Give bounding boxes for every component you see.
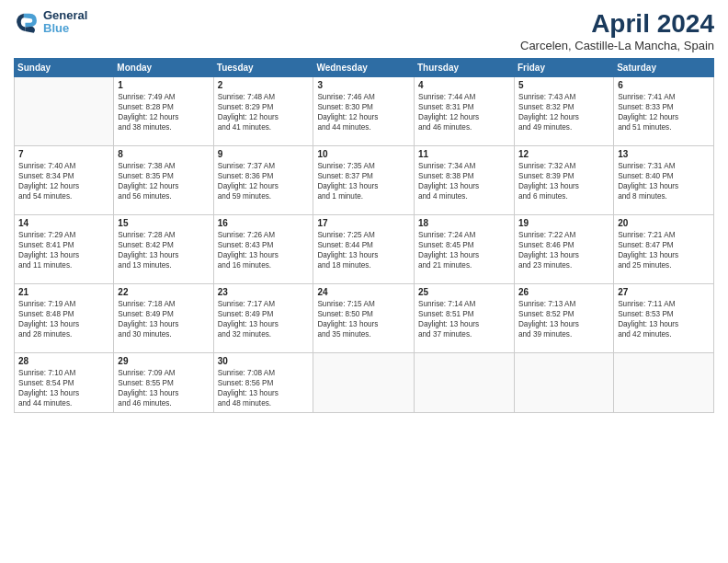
day-number: 8 <box>118 149 209 159</box>
page: General Blue April 2024 Carcelen, Castil… <box>0 0 728 563</box>
col-header-monday: Monday <box>114 59 213 77</box>
calendar-cell: 25Sunrise: 7:14 AM Sunset: 8:51 PM Dayli… <box>415 284 515 353</box>
location-subtitle: Carcelen, Castille-La Mancha, Spain <box>520 39 714 52</box>
calendar-cell: 2Sunrise: 7:48 AM Sunset: 8:29 PM Daylig… <box>213 77 313 146</box>
calendar-cell: 20Sunrise: 7:21 AM Sunset: 8:47 PM Dayli… <box>614 215 714 284</box>
calendar-cell: 26Sunrise: 7:13 AM Sunset: 8:52 PM Dayli… <box>514 284 613 353</box>
calendar-cell: 29Sunrise: 7:09 AM Sunset: 8:55 PM Dayli… <box>114 353 213 413</box>
calendar-cell: 10Sunrise: 7:35 AM Sunset: 8:37 PM Dayli… <box>313 146 415 215</box>
day-info: Sunrise: 7:28 AM Sunset: 8:42 PM Dayligh… <box>118 230 209 270</box>
day-info: Sunrise: 7:34 AM Sunset: 8:38 PM Dayligh… <box>418 161 510 201</box>
title-block: April 2024 Carcelen, Castille-La Mancha,… <box>520 9 714 52</box>
calendar-cell: 13Sunrise: 7:31 AM Sunset: 8:40 PM Dayli… <box>614 146 714 215</box>
calendar-cell: 22Sunrise: 7:18 AM Sunset: 8:49 PM Dayli… <box>114 284 213 353</box>
day-info: Sunrise: 7:19 AM Sunset: 8:48 PM Dayligh… <box>18 299 109 339</box>
day-info: Sunrise: 7:46 AM Sunset: 8:30 PM Dayligh… <box>317 92 410 132</box>
day-info: Sunrise: 7:24 AM Sunset: 8:45 PM Dayligh… <box>418 230 510 270</box>
day-number: 4 <box>418 80 510 90</box>
day-info: Sunrise: 7:26 AM Sunset: 8:43 PM Dayligh… <box>218 230 310 270</box>
day-info: Sunrise: 7:44 AM Sunset: 8:31 PM Dayligh… <box>418 92 510 132</box>
day-number: 5 <box>518 80 609 90</box>
day-number: 20 <box>618 218 710 228</box>
calendar-cell: 4Sunrise: 7:44 AM Sunset: 8:31 PM Daylig… <box>415 77 515 146</box>
day-info: Sunrise: 7:18 AM Sunset: 8:49 PM Dayligh… <box>118 299 209 339</box>
day-info: Sunrise: 7:22 AM Sunset: 8:46 PM Dayligh… <box>518 230 609 270</box>
day-info: Sunrise: 7:21 AM Sunset: 8:47 PM Dayligh… <box>618 230 710 270</box>
day-info: Sunrise: 7:40 AM Sunset: 8:34 PM Dayligh… <box>18 161 109 201</box>
day-info: Sunrise: 7:31 AM Sunset: 8:40 PM Dayligh… <box>618 161 710 201</box>
day-number: 27 <box>618 287 710 297</box>
day-info: Sunrise: 7:09 AM Sunset: 8:55 PM Dayligh… <box>118 368 209 408</box>
week-row-4: 21Sunrise: 7:19 AM Sunset: 8:48 PM Dayli… <box>15 284 714 353</box>
calendar-cell: 9Sunrise: 7:37 AM Sunset: 8:36 PM Daylig… <box>213 146 313 215</box>
logo-line1: General <box>43 9 87 22</box>
day-number: 30 <box>218 356 310 366</box>
logo-icon <box>14 9 40 35</box>
calendar-cell <box>415 353 515 413</box>
day-number: 22 <box>118 287 209 297</box>
logo-line2: Blue <box>43 22 87 35</box>
day-number: 15 <box>118 218 209 228</box>
col-header-saturday: Saturday <box>614 59 714 77</box>
calendar-cell: 6Sunrise: 7:41 AM Sunset: 8:33 PM Daylig… <box>614 77 714 146</box>
logo: General Blue <box>14 9 87 36</box>
day-number: 9 <box>218 149 310 159</box>
day-info: Sunrise: 7:13 AM Sunset: 8:52 PM Dayligh… <box>518 299 609 339</box>
day-number: 16 <box>218 218 310 228</box>
week-row-2: 7Sunrise: 7:40 AM Sunset: 8:34 PM Daylig… <box>15 146 714 215</box>
calendar-cell: 28Sunrise: 7:10 AM Sunset: 8:54 PM Dayli… <box>15 353 114 413</box>
week-row-5: 28Sunrise: 7:10 AM Sunset: 8:54 PM Dayli… <box>15 353 714 413</box>
day-number: 7 <box>18 149 109 159</box>
calendar-cell: 15Sunrise: 7:28 AM Sunset: 8:42 PM Dayli… <box>114 215 213 284</box>
day-number: 23 <box>218 287 310 297</box>
day-number: 25 <box>418 287 510 297</box>
day-info: Sunrise: 7:08 AM Sunset: 8:56 PM Dayligh… <box>218 368 310 408</box>
day-info: Sunrise: 7:32 AM Sunset: 8:39 PM Dayligh… <box>518 161 609 201</box>
col-header-friday: Friday <box>514 59 613 77</box>
calendar-cell <box>15 77 114 146</box>
calendar-cell: 24Sunrise: 7:15 AM Sunset: 8:50 PM Dayli… <box>313 284 415 353</box>
day-info: Sunrise: 7:29 AM Sunset: 8:41 PM Dayligh… <box>18 230 109 270</box>
day-number: 18 <box>418 218 510 228</box>
day-info: Sunrise: 7:43 AM Sunset: 8:32 PM Dayligh… <box>518 92 609 132</box>
calendar-cell: 1Sunrise: 7:49 AM Sunset: 8:28 PM Daylig… <box>114 77 213 146</box>
calendar-cell: 14Sunrise: 7:29 AM Sunset: 8:41 PM Dayli… <box>15 215 114 284</box>
day-number: 10 <box>317 149 410 159</box>
calendar-cell: 23Sunrise: 7:17 AM Sunset: 8:49 PM Dayli… <box>213 284 313 353</box>
day-number: 14 <box>18 218 109 228</box>
day-info: Sunrise: 7:10 AM Sunset: 8:54 PM Dayligh… <box>18 368 109 408</box>
calendar-cell: 16Sunrise: 7:26 AM Sunset: 8:43 PM Dayli… <box>213 215 313 284</box>
logo-text: General Blue <box>43 9 87 36</box>
day-info: Sunrise: 7:15 AM Sunset: 8:50 PM Dayligh… <box>317 299 410 339</box>
calendar-body: 1Sunrise: 7:49 AM Sunset: 8:28 PM Daylig… <box>15 77 714 413</box>
col-header-sunday: Sunday <box>15 59 114 77</box>
day-number: 28 <box>18 356 109 366</box>
day-info: Sunrise: 7:38 AM Sunset: 8:35 PM Dayligh… <box>118 161 209 201</box>
calendar-cell: 3Sunrise: 7:46 AM Sunset: 8:30 PM Daylig… <box>313 77 415 146</box>
day-number: 12 <box>518 149 609 159</box>
calendar-cell: 11Sunrise: 7:34 AM Sunset: 8:38 PM Dayli… <box>415 146 515 215</box>
day-number: 17 <box>317 218 410 228</box>
day-number: 26 <box>518 287 609 297</box>
calendar-cell: 7Sunrise: 7:40 AM Sunset: 8:34 PM Daylig… <box>15 146 114 215</box>
day-info: Sunrise: 7:48 AM Sunset: 8:29 PM Dayligh… <box>218 92 310 132</box>
calendar-cell: 12Sunrise: 7:32 AM Sunset: 8:39 PM Dayli… <box>514 146 613 215</box>
header: General Blue April 2024 Carcelen, Castil… <box>14 9 714 52</box>
calendar-cell: 8Sunrise: 7:38 AM Sunset: 8:35 PM Daylig… <box>114 146 213 215</box>
calendar-cell: 5Sunrise: 7:43 AM Sunset: 8:32 PM Daylig… <box>514 77 613 146</box>
day-number: 19 <box>518 218 609 228</box>
day-number: 13 <box>618 149 710 159</box>
calendar-cell: 18Sunrise: 7:24 AM Sunset: 8:45 PM Dayli… <box>415 215 515 284</box>
day-number: 29 <box>118 356 209 366</box>
calendar-cell: 19Sunrise: 7:22 AM Sunset: 8:46 PM Dayli… <box>514 215 613 284</box>
week-row-3: 14Sunrise: 7:29 AM Sunset: 8:41 PM Dayli… <box>15 215 714 284</box>
day-number: 3 <box>317 80 410 90</box>
day-info: Sunrise: 7:14 AM Sunset: 8:51 PM Dayligh… <box>418 299 510 339</box>
day-info: Sunrise: 7:11 AM Sunset: 8:53 PM Dayligh… <box>618 299 710 339</box>
calendar-cell <box>614 353 714 413</box>
calendar-cell: 30Sunrise: 7:08 AM Sunset: 8:56 PM Dayli… <box>213 353 313 413</box>
day-number: 21 <box>18 287 109 297</box>
day-info: Sunrise: 7:41 AM Sunset: 8:33 PM Dayligh… <box>618 92 710 132</box>
day-info: Sunrise: 7:25 AM Sunset: 8:44 PM Dayligh… <box>317 230 410 270</box>
calendar-cell <box>514 353 613 413</box>
